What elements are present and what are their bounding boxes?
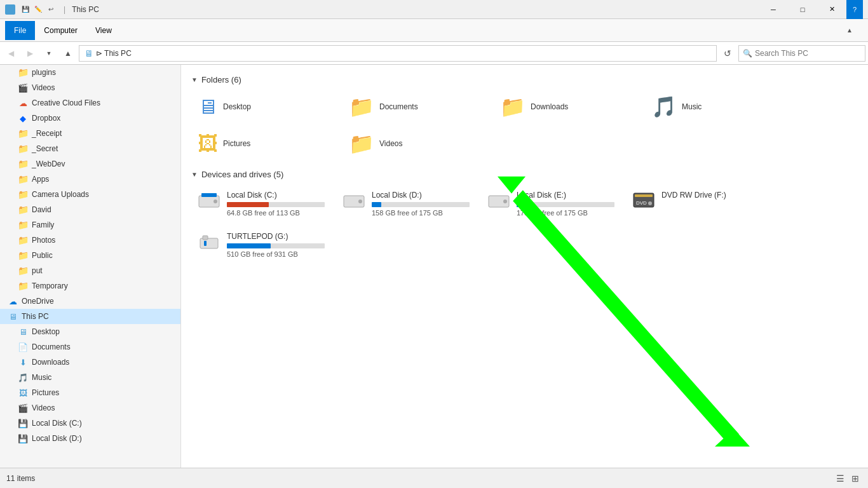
sidebar-item-label: Videos bbox=[32, 83, 55, 92]
dropdown-history-btn[interactable]: ▼ bbox=[41, 45, 57, 62]
folder-desktop[interactable]: 🖥 Desktop bbox=[191, 91, 337, 123]
sidebar-item-label: Camera Uploads bbox=[32, 190, 89, 199]
drive-g-bar-fill bbox=[227, 243, 271, 248]
sidebar-item-creative-cloud[interactable]: ☁ Creative Cloud Files bbox=[0, 95, 180, 111]
sidebar-item-pictures[interactable]: 🖼 Pictures bbox=[0, 385, 180, 400]
drive-g-bar-bg bbox=[227, 243, 325, 248]
drive-e-info: Local Disk (E:) 175 GB free of 175 GB bbox=[517, 191, 614, 217]
folder-videos[interactable]: 📁 Videos bbox=[342, 128, 489, 159]
refresh-button[interactable]: ↺ bbox=[719, 45, 736, 62]
address-path: ⊳ This PC bbox=[96, 49, 132, 58]
tab-view[interactable]: View bbox=[86, 21, 121, 40]
sidebar-item-videos-top[interactable]: 🎬 Videos bbox=[0, 80, 180, 95]
svg-rect-1 bbox=[201, 193, 217, 197]
sidebar-item-david[interactable]: 📁 David bbox=[0, 202, 180, 217]
folder-icon: 📁 bbox=[18, 266, 28, 276]
quick-save-btn[interactable]: ✏️ bbox=[32, 1, 44, 18]
folder-downloads[interactable]: 📁 Downloads bbox=[494, 91, 640, 123]
folder-icon: 📁 bbox=[18, 174, 28, 184]
folder-downloads-icon: 📁 bbox=[500, 95, 526, 119]
search-input[interactable] bbox=[755, 49, 861, 58]
sidebar-item-desktop[interactable]: 🖥 Desktop bbox=[0, 324, 180, 339]
tab-file[interactable]: File bbox=[5, 21, 35, 40]
folder-label: Videos bbox=[379, 139, 402, 148]
sidebar-item-public[interactable]: 📁 Public bbox=[0, 248, 180, 263]
sidebar-item-label: Dropbox bbox=[32, 114, 60, 123]
help-button[interactable]: ? bbox=[846, 0, 863, 19]
folder-icon: 📄 bbox=[18, 342, 28, 352]
content-area: ▼ Folders (6) 🖥 Desktop 📁 Documents 📁 Do… bbox=[181, 65, 868, 468]
view-controls: ☰ ⊞ bbox=[834, 472, 862, 485]
sidebar-item-apps[interactable]: 📁 Apps bbox=[0, 172, 180, 187]
sidebar-item-onedrive[interactable]: ☁ OneDrive bbox=[0, 294, 180, 309]
drive-f-info: DVD RW Drive (F:) bbox=[661, 191, 759, 202]
drive-c-bar-fill bbox=[227, 202, 269, 207]
up-button[interactable]: ▲ bbox=[60, 45, 76, 62]
drives-grid: Local Disk (C:) 64.8 GB free of 113 GB L bbox=[191, 186, 858, 263]
sidebar-item-videos-pc[interactable]: 🎬 Videos bbox=[0, 400, 180, 416]
sidebar-item-label: _Receipt bbox=[32, 129, 62, 138]
onedrive-icon: ☁ bbox=[8, 296, 18, 306]
svg-marker-17 bbox=[715, 429, 750, 447]
sidebar-item-downloads[interactable]: ⬇ Downloads bbox=[0, 355, 180, 370]
svg-rect-8 bbox=[635, 194, 653, 197]
sidebar-item-temporary[interactable]: 📁 Temporary bbox=[0, 278, 180, 294]
sidebar-item-put[interactable]: 📁 put bbox=[0, 263, 180, 278]
quick-access-btn[interactable]: 💾 bbox=[19, 1, 32, 18]
list-view-button[interactable]: ☰ bbox=[834, 472, 846, 485]
sidebar-item-label: Local Disk (C:) bbox=[32, 419, 82, 428]
grid-view-button[interactable]: ⊞ bbox=[849, 472, 862, 485]
drive-d-bar-bg bbox=[372, 202, 470, 207]
drive-e-free: 175 GB free of 175 GB bbox=[517, 209, 614, 217]
drive-e[interactable]: Local Disk (E:) 175 GB free of 175 GB bbox=[481, 186, 621, 222]
folder-music-icon: 🎵 bbox=[651, 95, 677, 119]
drive-c-label: Local Disk (C:) bbox=[227, 191, 325, 200]
folders-section-header[interactable]: ▼ Folders (6) bbox=[191, 75, 858, 85]
drive-f[interactable]: DVD DVD RW Drive (F:) bbox=[626, 186, 766, 222]
drive-d[interactable]: Local Disk (D:) 158 GB free of 175 GB bbox=[336, 186, 476, 222]
search-box[interactable]: 🔍 bbox=[738, 45, 865, 62]
sidebar-item-dropbox[interactable]: ◆ Dropbox bbox=[0, 111, 180, 126]
svg-text:DVD: DVD bbox=[636, 200, 647, 206]
drive-g[interactable]: TURTLEPOD (G:) 510 GB free of 931 GB bbox=[191, 227, 331, 263]
sidebar-item-plugins[interactable]: 📁 plugins bbox=[0, 65, 180, 80]
sidebar-item-documents[interactable]: 📄 Documents bbox=[0, 339, 180, 355]
sidebar-item-webdev[interactable]: 📁 _WebDev bbox=[0, 156, 180, 172]
folder-music[interactable]: 🎵 Music bbox=[645, 91, 791, 123]
drive-e-bar-bg bbox=[517, 202, 614, 207]
folder-icon: 📁 bbox=[18, 281, 28, 291]
sidebar-item-family[interactable]: 📁 Family bbox=[0, 217, 180, 233]
sidebar-item-label: Apps bbox=[32, 175, 49, 184]
sidebar-item-label: Desktop bbox=[32, 327, 60, 336]
drive-c[interactable]: Local Disk (C:) 64.8 GB free of 113 GB bbox=[191, 186, 331, 222]
ribbon-collapse-btn[interactable]: ▲ bbox=[841, 22, 858, 39]
svg-point-2 bbox=[214, 200, 217, 203]
sidebar-item-camera-uploads[interactable]: 📁 Camera Uploads bbox=[0, 187, 180, 202]
devices-section-header[interactable]: ▼ Devices and drives (5) bbox=[191, 170, 858, 179]
folder-documents[interactable]: 📁 Documents bbox=[342, 91, 489, 123]
sidebar-item-secret[interactable]: 📁 _Secret bbox=[0, 141, 180, 156]
sidebar-item-receipt[interactable]: 📁 _Receipt bbox=[0, 126, 180, 141]
sidebar-item-label: Videos bbox=[32, 403, 55, 412]
drive-f-label: DVD RW Drive (F:) bbox=[661, 191, 759, 200]
address-box[interactable]: 🖥 ⊳ This PC bbox=[79, 45, 717, 62]
close-button[interactable]: ✕ bbox=[817, 0, 846, 19]
sidebar-item-local-disk-d[interactable]: 💾 Local Disk (D:) bbox=[0, 431, 180, 446]
drive-c-info: Local Disk (C:) 64.8 GB free of 113 GB bbox=[227, 191, 325, 217]
folder-icon: 🖥 bbox=[18, 327, 28, 337]
drive-g-free: 510 GB free of 931 GB bbox=[227, 250, 325, 258]
sidebar-item-thispc[interactable]: 🖥 This PC bbox=[0, 309, 180, 324]
quick-undo-btn[interactable]: ↩ bbox=[44, 1, 57, 18]
folder-label: Pictures bbox=[223, 139, 250, 148]
forward-button[interactable]: ▶ bbox=[22, 45, 38, 62]
folder-videos-icon: 📁 bbox=[349, 132, 374, 156]
minimize-button[interactable]: ─ bbox=[759, 0, 788, 19]
maximize-button[interactable]: □ bbox=[788, 0, 817, 19]
folder-pictures[interactable]: 🖼 Pictures bbox=[191, 128, 337, 159]
chevron-down-icon: ▼ bbox=[191, 76, 198, 83]
sidebar-item-photos[interactable]: 📁 Photos bbox=[0, 233, 180, 248]
sidebar-item-local-disk-c[interactable]: 💾 Local Disk (C:) bbox=[0, 416, 180, 431]
tab-computer[interactable]: Computer bbox=[35, 21, 86, 40]
back-button[interactable]: ◀ bbox=[3, 45, 19, 62]
sidebar-item-music[interactable]: 🎵 Music bbox=[0, 370, 180, 385]
